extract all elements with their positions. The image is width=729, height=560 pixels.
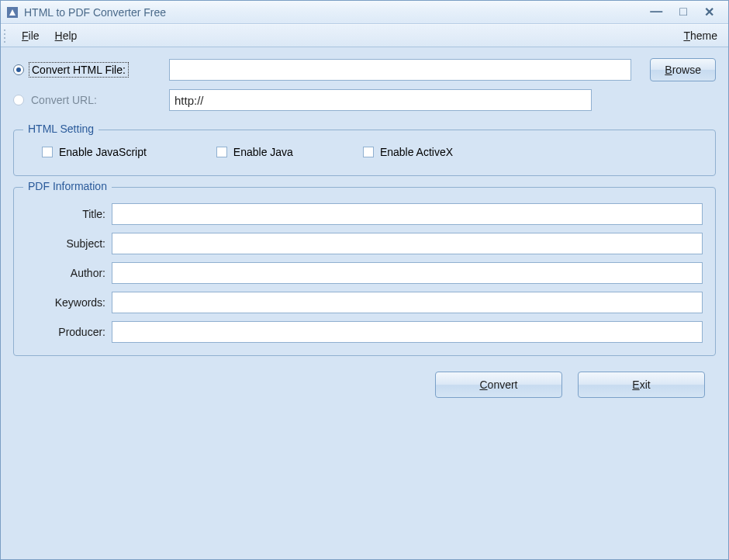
window-controls: — □ ✕: [650, 5, 724, 19]
producer-label: Producer:: [26, 326, 112, 338]
convert-file-row: Convert HTML File: Browse: [13, 58, 716, 81]
html-setting-legend: HTML Setting: [23, 123, 98, 135]
title-input[interactable]: [112, 203, 703, 225]
enable-activex-checkbox[interactable]: [363, 147, 374, 157]
content-area: Convert HTML File: Browse Convert URL: H…: [1, 47, 728, 559]
convert-url-radio[interactable]: [13, 95, 24, 105]
enable-java-label[interactable]: Enable Java: [233, 146, 293, 158]
convert-file-label[interactable]: Convert HTML File:: [29, 62, 129, 78]
menu-file[interactable]: File: [14, 28, 47, 43]
convert-button[interactable]: Convert: [435, 372, 562, 398]
enable-js-checkbox[interactable]: [42, 147, 53, 157]
exit-button[interactable]: Exit: [578, 372, 705, 398]
subject-input[interactable]: [112, 233, 703, 254]
producer-input[interactable]: [112, 321, 703, 343]
subject-label: Subject:: [26, 237, 112, 250]
app-icon: [5, 5, 19, 19]
author-input[interactable]: [112, 262, 703, 284]
close-button[interactable]: ✕: [704, 5, 714, 19]
enable-activex-label[interactable]: Enable ActiveX: [380, 146, 453, 158]
file-path-input[interactable]: [169, 59, 631, 81]
author-label: Author:: [26, 267, 112, 279]
enable-js-label[interactable]: Enable JavaScript: [59, 146, 147, 158]
menu-theme[interactable]: Theme: [675, 28, 725, 43]
title-label: Title:: [26, 208, 112, 220]
menu-help[interactable]: Help: [47, 28, 85, 43]
browse-button[interactable]: Browse: [650, 58, 716, 81]
html-setting-group: HTML Setting Enable JavaScript Enable Ja…: [13, 130, 716, 176]
convert-file-radio[interactable]: [13, 64, 24, 75]
keywords-label: Keywords:: [26, 296, 112, 309]
window-title: HTML to PDF Converter Free: [24, 6, 650, 19]
pdf-info-group: PDF Information Title: Subject: Author: …: [13, 187, 716, 356]
keywords-input[interactable]: [112, 292, 703, 313]
enable-java-checkbox[interactable]: [216, 147, 227, 157]
menu-bar: File Help Theme: [1, 24, 728, 47]
action-bar: Convert Exit: [13, 356, 716, 398]
app-window: HTML to PDF Converter Free — □ ✕ File He…: [0, 0, 729, 560]
maximize-button[interactable]: □: [679, 5, 687, 19]
title-bar: HTML to PDF Converter Free — □ ✕: [1, 1, 728, 24]
url-input[interactable]: [169, 89, 592, 111]
minimize-button[interactable]: —: [650, 5, 662, 19]
menu-grip-icon: [4, 28, 9, 43]
convert-url-row: Convert URL:: [13, 89, 716, 111]
convert-url-label[interactable]: Convert URL:: [29, 93, 99, 107]
pdf-info-legend: PDF Information: [23, 180, 112, 192]
